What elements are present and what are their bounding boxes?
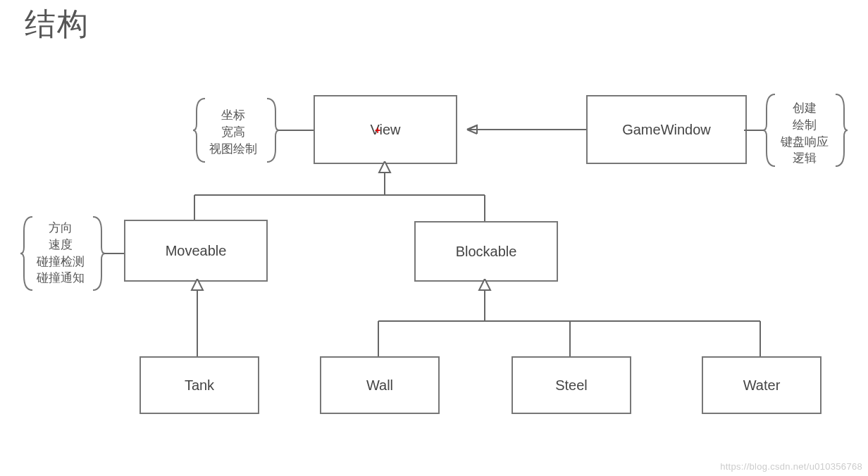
node-view: + View [314,95,457,164]
node-water: Water [702,356,822,414]
diagram-title: 结构 [25,4,89,45]
node-tank-label: Tank [185,377,214,394]
node-water-label: Water [743,377,781,394]
red-marker-icon: + [375,125,380,136]
brace-right-mv [90,214,106,293]
node-steel-label: Steel [555,377,588,394]
connector-viewnote-to-view [278,127,315,134]
svg-marker-10 [379,161,390,173]
node-blockable: Blockable [414,221,558,282]
svg-marker-12 [192,279,203,290]
edge-leafs-to-blockable [373,279,768,358]
node-gamewindow-label: GameWindow [622,122,711,138]
brace-left-gw [762,92,778,169]
edge-moveable-blockable-to-view [190,161,493,225]
node-gamewindow: GameWindow [586,95,747,164]
edge-tank-to-moveable [189,279,206,358]
note-gamewindow: 创建 绘制 键盘响应 逻辑 [781,100,829,167]
note-view: 坐标 宽高 视图绘制 [209,107,257,157]
edge-gamewindow-to-view [454,124,588,138]
watermark: https://blog.csdn.net/u010356768 [720,461,862,472]
connector-mvnote-to-mv [104,250,125,257]
connector-gwnote-to-gw [744,127,764,134]
brace-left-mv [20,214,35,293]
brace-left-view [192,96,208,165]
brace-right-view [264,96,280,165]
brace-right-gw [833,92,848,169]
node-wall-label: Wall [366,377,393,394]
node-blockable-label: Blockable [456,244,517,260]
node-moveable: Moveable [124,220,268,282]
node-wall: Wall [320,356,440,414]
node-steel: Steel [512,356,631,414]
node-moveable-label: Moveable [166,243,227,259]
node-tank: Tank [140,356,259,414]
svg-marker-14 [479,279,490,290]
note-moveable: 方向 速度 碰撞检测 碰撞通知 [37,220,85,287]
